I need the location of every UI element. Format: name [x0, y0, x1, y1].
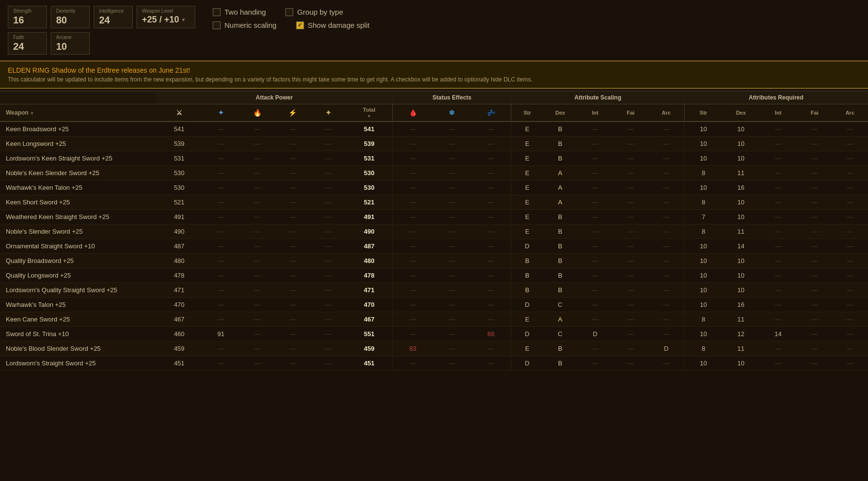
- weapon-level-value[interactable]: +25 / +10 ▼: [142, 15, 190, 25]
- atk-cell: —: [275, 268, 311, 283]
- frost-header: ❄: [433, 104, 471, 122]
- table-row[interactable]: Lordsworn's Straight Sword +25451————451…: [0, 356, 868, 371]
- req-cell: —: [797, 121, 832, 137]
- table-row[interactable]: Ornamental Straight Sword +10487————487—…: [0, 239, 868, 254]
- req-cell: —: [760, 137, 797, 151]
- scaling-fai-header: Fai: [613, 104, 648, 122]
- scaling-cell: —: [577, 283, 613, 298]
- weapon-sub-header[interactable]: Weapon ▼: [0, 104, 156, 122]
- grade-badge: B: [525, 286, 529, 294]
- atk-cell: 541: [156, 121, 202, 137]
- req-cell: —: [832, 239, 868, 254]
- strength-value[interactable]: 16: [13, 15, 41, 26]
- table-row[interactable]: Keen Broadsword +25541————541———EB———101…: [0, 121, 868, 137]
- table-row[interactable]: Quality Longsword +25478————478———BB———1…: [0, 268, 868, 283]
- scaling-cell: —: [648, 268, 685, 283]
- arcane-value[interactable]: 10: [56, 41, 84, 52]
- faith-value[interactable]: 24: [13, 41, 41, 52]
- grade-badge: C: [558, 330, 562, 338]
- show-damage-split-checkbox[interactable]: [296, 21, 304, 29]
- group-by-type-checkbox[interactable]: [285, 8, 293, 16]
- numeric-scaling-checkbox[interactable]: [213, 21, 221, 29]
- total-cell: 531: [346, 151, 393, 166]
- req-cell: —: [797, 356, 832, 371]
- scaling-cell: E: [511, 121, 543, 137]
- table-row[interactable]: Keen Cane Sword +25467————467———EA———811…: [0, 312, 868, 327]
- req-cell: 12: [722, 327, 759, 341]
- req-cell: 10: [722, 254, 759, 268]
- grade-badge: E: [525, 140, 529, 147]
- weapon-sort-arrow: ▼: [30, 111, 34, 116]
- scaling-cell: —: [648, 137, 685, 151]
- two-handing-checkbox[interactable]: [213, 8, 221, 16]
- scaling-cell: —: [648, 312, 685, 327]
- arcane-box[interactable]: Arcane 10: [51, 32, 90, 55]
- scaling-cell: —: [577, 298, 613, 312]
- req-cell: 10: [685, 239, 723, 254]
- numeric-scaling-label[interactable]: Numeric scaling: [224, 21, 277, 29]
- header: Strength 16 Dexterity 80 Intelligence 24…: [0, 0, 868, 60]
- show-damage-split-label[interactable]: Show damage split: [308, 21, 370, 29]
- intelligence-value[interactable]: 24: [99, 15, 127, 26]
- dexterity-value[interactable]: 80: [56, 15, 84, 26]
- req-cell: 10: [722, 210, 759, 224]
- req-cell: —: [832, 224, 868, 239]
- scaling-cell: —: [613, 137, 648, 151]
- strength-box[interactable]: Strength 16: [8, 6, 47, 28]
- total-header[interactable]: Total▼: [346, 104, 393, 122]
- table-row[interactable]: Keen Short Sword +25521————521———EA———81…: [0, 195, 868, 210]
- status-cell: —: [471, 298, 511, 312]
- req-cell: —: [797, 298, 832, 312]
- req-cell: 11: [722, 341, 759, 356]
- table-row[interactable]: Lordsworn's Quality Straight Sword +2547…: [0, 283, 868, 298]
- table-row[interactable]: Sword of St. Trina +1046091———551——66DCD…: [0, 327, 868, 341]
- status-cell: —: [471, 312, 511, 327]
- atk-cell: —: [202, 341, 240, 356]
- two-handing-label[interactable]: Two handing: [224, 8, 266, 16]
- status-cell: —: [433, 298, 471, 312]
- table-row[interactable]: Noble's Keen Slender Sword +25530————530…: [0, 166, 868, 180]
- table-row[interactable]: Lordsworn's Keen Straight Sword +25531——…: [0, 151, 868, 166]
- atk-cell: 487: [156, 239, 202, 254]
- intelligence-box[interactable]: Intelligence 24: [94, 6, 133, 28]
- scaling-cell: —: [648, 298, 685, 312]
- status-cell: —: [433, 239, 471, 254]
- atk-cell: —: [240, 283, 275, 298]
- req-cell: —: [760, 210, 797, 224]
- table-row[interactable]: Warhawk's Talon +25470————470———DC———101…: [0, 298, 868, 312]
- atk-cell: —: [275, 210, 311, 224]
- req-dex-header: Dex: [722, 104, 759, 122]
- atk-cell: —: [202, 166, 240, 180]
- req-cell: —: [797, 166, 832, 180]
- banner-title: ELDEN RING Shadow of the Erdtree release…: [8, 66, 860, 74]
- scaling-cell: —: [648, 356, 685, 371]
- weapon-name-cell: Warhawk's Talon +25: [0, 298, 156, 312]
- table-row[interactable]: Weathered Keen Straight Sword +25491————…: [0, 210, 868, 224]
- req-cell: 10: [685, 298, 723, 312]
- table-row[interactable]: Warhawk's Keen Talon +25530————530———EA—…: [0, 180, 868, 195]
- grade-badge: A: [558, 199, 563, 206]
- weapon-level-dropdown[interactable]: ▼: [181, 17, 186, 22]
- scaling-cell: B: [543, 210, 578, 224]
- atk-cell: —: [240, 254, 275, 268]
- dexterity-box[interactable]: Dexterity 80: [51, 6, 90, 28]
- total-cell: 551: [346, 327, 393, 341]
- table-row[interactable]: Keen Longsword +25539————539———EB———1010…: [0, 137, 868, 151]
- req-cell: 7: [685, 210, 723, 224]
- group-by-type-label[interactable]: Group by type: [297, 8, 343, 16]
- grade-badge: B: [558, 360, 563, 367]
- req-cell: 8: [685, 195, 723, 210]
- req-cell: —: [797, 195, 832, 210]
- faith-box[interactable]: Faith 24: [8, 32, 47, 55]
- scaling-cell: —: [648, 327, 685, 341]
- status-cell: —: [433, 254, 471, 268]
- scaling-cell: B: [543, 121, 578, 137]
- table-row[interactable]: Quality Broadsword +25480————480———BB———…: [0, 254, 868, 268]
- table-row[interactable]: Noble's Blood Slender Sword +25459————45…: [0, 341, 868, 356]
- bleed-header: 🩸: [393, 104, 433, 122]
- scaling-cell: —: [577, 312, 613, 327]
- status-cell: —: [433, 151, 471, 166]
- weapon-level-box[interactable]: Weapon Level +25 / +10 ▼: [137, 6, 195, 28]
- req-cell: —: [797, 239, 832, 254]
- table-row[interactable]: Noble's Slender Sword +25490————490———EB…: [0, 224, 868, 239]
